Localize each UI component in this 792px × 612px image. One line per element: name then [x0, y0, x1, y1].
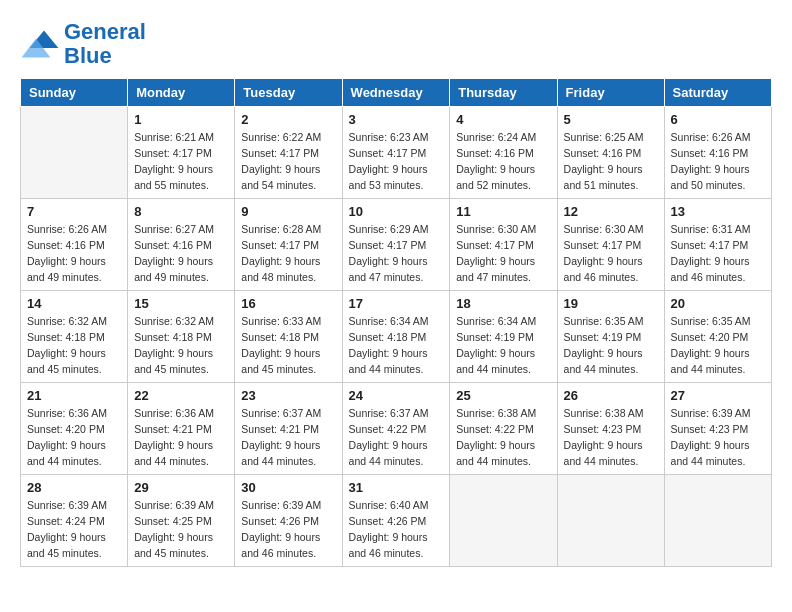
day-number: 7 — [27, 204, 121, 219]
week-row-1: 1Sunrise: 6:21 AMSunset: 4:17 PMDaylight… — [21, 107, 772, 199]
day-number: 5 — [564, 112, 658, 127]
calendar-cell: 15Sunrise: 6:32 AMSunset: 4:18 PMDayligh… — [128, 291, 235, 383]
calendar-cell: 19Sunrise: 6:35 AMSunset: 4:19 PMDayligh… — [557, 291, 664, 383]
day-number: 20 — [671, 296, 765, 311]
weekday-header-thursday: Thursday — [450, 79, 557, 107]
calendar-cell: 8Sunrise: 6:27 AMSunset: 4:16 PMDaylight… — [128, 199, 235, 291]
week-row-4: 21Sunrise: 6:36 AMSunset: 4:20 PMDayligh… — [21, 383, 772, 475]
day-number: 24 — [349, 388, 444, 403]
day-number: 31 — [349, 480, 444, 495]
calendar-cell: 16Sunrise: 6:33 AMSunset: 4:18 PMDayligh… — [235, 291, 342, 383]
calendar-cell — [557, 475, 664, 567]
day-info: Sunrise: 6:38 AMSunset: 4:23 PMDaylight:… — [564, 406, 658, 469]
day-info: Sunrise: 6:28 AMSunset: 4:17 PMDaylight:… — [241, 222, 335, 285]
calendar-cell: 14Sunrise: 6:32 AMSunset: 4:18 PMDayligh… — [21, 291, 128, 383]
calendar-cell: 23Sunrise: 6:37 AMSunset: 4:21 PMDayligh… — [235, 383, 342, 475]
calendar-cell: 24Sunrise: 6:37 AMSunset: 4:22 PMDayligh… — [342, 383, 450, 475]
logo-text: General Blue — [64, 20, 146, 68]
day-number: 12 — [564, 204, 658, 219]
day-info: Sunrise: 6:30 AMSunset: 4:17 PMDaylight:… — [564, 222, 658, 285]
calendar-cell: 1Sunrise: 6:21 AMSunset: 4:17 PMDaylight… — [128, 107, 235, 199]
calendar-cell: 18Sunrise: 6:34 AMSunset: 4:19 PMDayligh… — [450, 291, 557, 383]
day-info: Sunrise: 6:34 AMSunset: 4:18 PMDaylight:… — [349, 314, 444, 377]
weekday-header-friday: Friday — [557, 79, 664, 107]
day-number: 2 — [241, 112, 335, 127]
day-number: 1 — [134, 112, 228, 127]
day-number: 22 — [134, 388, 228, 403]
calendar-cell: 21Sunrise: 6:36 AMSunset: 4:20 PMDayligh… — [21, 383, 128, 475]
day-number: 29 — [134, 480, 228, 495]
calendar-cell: 17Sunrise: 6:34 AMSunset: 4:18 PMDayligh… — [342, 291, 450, 383]
day-number: 10 — [349, 204, 444, 219]
day-info: Sunrise: 6:39 AMSunset: 4:24 PMDaylight:… — [27, 498, 121, 561]
day-info: Sunrise: 6:31 AMSunset: 4:17 PMDaylight:… — [671, 222, 765, 285]
day-info: Sunrise: 6:39 AMSunset: 4:26 PMDaylight:… — [241, 498, 335, 561]
calendar-cell: 7Sunrise: 6:26 AMSunset: 4:16 PMDaylight… — [21, 199, 128, 291]
day-number: 26 — [564, 388, 658, 403]
day-info: Sunrise: 6:39 AMSunset: 4:25 PMDaylight:… — [134, 498, 228, 561]
day-info: Sunrise: 6:33 AMSunset: 4:18 PMDaylight:… — [241, 314, 335, 377]
calendar-cell: 27Sunrise: 6:39 AMSunset: 4:23 PMDayligh… — [664, 383, 771, 475]
day-info: Sunrise: 6:29 AMSunset: 4:17 PMDaylight:… — [349, 222, 444, 285]
day-number: 30 — [241, 480, 335, 495]
calendar-cell: 28Sunrise: 6:39 AMSunset: 4:24 PMDayligh… — [21, 475, 128, 567]
day-number: 17 — [349, 296, 444, 311]
day-number: 14 — [27, 296, 121, 311]
calendar-cell: 10Sunrise: 6:29 AMSunset: 4:17 PMDayligh… — [342, 199, 450, 291]
calendar-cell — [664, 475, 771, 567]
calendar-cell: 6Sunrise: 6:26 AMSunset: 4:16 PMDaylight… — [664, 107, 771, 199]
calendar-header-row: SundayMondayTuesdayWednesdayThursdayFrid… — [21, 79, 772, 107]
weekday-header-tuesday: Tuesday — [235, 79, 342, 107]
day-number: 25 — [456, 388, 550, 403]
day-info: Sunrise: 6:26 AMSunset: 4:16 PMDaylight:… — [671, 130, 765, 193]
day-info: Sunrise: 6:39 AMSunset: 4:23 PMDaylight:… — [671, 406, 765, 469]
calendar-cell: 29Sunrise: 6:39 AMSunset: 4:25 PMDayligh… — [128, 475, 235, 567]
day-number: 3 — [349, 112, 444, 127]
day-info: Sunrise: 6:36 AMSunset: 4:21 PMDaylight:… — [134, 406, 228, 469]
calendar-table: SundayMondayTuesdayWednesdayThursdayFrid… — [20, 78, 772, 567]
calendar-cell: 31Sunrise: 6:40 AMSunset: 4:26 PMDayligh… — [342, 475, 450, 567]
calendar-cell: 26Sunrise: 6:38 AMSunset: 4:23 PMDayligh… — [557, 383, 664, 475]
day-info: Sunrise: 6:21 AMSunset: 4:17 PMDaylight:… — [134, 130, 228, 193]
day-info: Sunrise: 6:38 AMSunset: 4:22 PMDaylight:… — [456, 406, 550, 469]
calendar-cell: 20Sunrise: 6:35 AMSunset: 4:20 PMDayligh… — [664, 291, 771, 383]
day-number: 18 — [456, 296, 550, 311]
week-row-5: 28Sunrise: 6:39 AMSunset: 4:24 PMDayligh… — [21, 475, 772, 567]
day-info: Sunrise: 6:26 AMSunset: 4:16 PMDaylight:… — [27, 222, 121, 285]
page-header: General Blue — [20, 20, 772, 68]
day-info: Sunrise: 6:24 AMSunset: 4:16 PMDaylight:… — [456, 130, 550, 193]
calendar-cell — [450, 475, 557, 567]
day-info: Sunrise: 6:35 AMSunset: 4:20 PMDaylight:… — [671, 314, 765, 377]
calendar-cell: 4Sunrise: 6:24 AMSunset: 4:16 PMDaylight… — [450, 107, 557, 199]
calendar-cell: 3Sunrise: 6:23 AMSunset: 4:17 PMDaylight… — [342, 107, 450, 199]
day-info: Sunrise: 6:25 AMSunset: 4:16 PMDaylight:… — [564, 130, 658, 193]
day-number: 6 — [671, 112, 765, 127]
day-info: Sunrise: 6:34 AMSunset: 4:19 PMDaylight:… — [456, 314, 550, 377]
day-number: 28 — [27, 480, 121, 495]
calendar-cell: 5Sunrise: 6:25 AMSunset: 4:16 PMDaylight… — [557, 107, 664, 199]
day-info: Sunrise: 6:27 AMSunset: 4:16 PMDaylight:… — [134, 222, 228, 285]
calendar-cell: 13Sunrise: 6:31 AMSunset: 4:17 PMDayligh… — [664, 199, 771, 291]
weekday-header-monday: Monday — [128, 79, 235, 107]
day-number: 19 — [564, 296, 658, 311]
calendar-cell: 2Sunrise: 6:22 AMSunset: 4:17 PMDaylight… — [235, 107, 342, 199]
day-number: 13 — [671, 204, 765, 219]
week-row-3: 14Sunrise: 6:32 AMSunset: 4:18 PMDayligh… — [21, 291, 772, 383]
day-info: Sunrise: 6:36 AMSunset: 4:20 PMDaylight:… — [27, 406, 121, 469]
day-info: Sunrise: 6:22 AMSunset: 4:17 PMDaylight:… — [241, 130, 335, 193]
day-info: Sunrise: 6:37 AMSunset: 4:21 PMDaylight:… — [241, 406, 335, 469]
calendar-cell: 30Sunrise: 6:39 AMSunset: 4:26 PMDayligh… — [235, 475, 342, 567]
calendar-cell: 9Sunrise: 6:28 AMSunset: 4:17 PMDaylight… — [235, 199, 342, 291]
weekday-header-wednesday: Wednesday — [342, 79, 450, 107]
calendar-cell: 12Sunrise: 6:30 AMSunset: 4:17 PMDayligh… — [557, 199, 664, 291]
calendar-cell: 22Sunrise: 6:36 AMSunset: 4:21 PMDayligh… — [128, 383, 235, 475]
weekday-header-saturday: Saturday — [664, 79, 771, 107]
day-number: 9 — [241, 204, 335, 219]
calendar-cell: 25Sunrise: 6:38 AMSunset: 4:22 PMDayligh… — [450, 383, 557, 475]
day-info: Sunrise: 6:40 AMSunset: 4:26 PMDaylight:… — [349, 498, 444, 561]
day-number: 11 — [456, 204, 550, 219]
day-info: Sunrise: 6:30 AMSunset: 4:17 PMDaylight:… — [456, 222, 550, 285]
calendar-cell — [21, 107, 128, 199]
logo: General Blue — [20, 20, 146, 68]
day-number: 16 — [241, 296, 335, 311]
